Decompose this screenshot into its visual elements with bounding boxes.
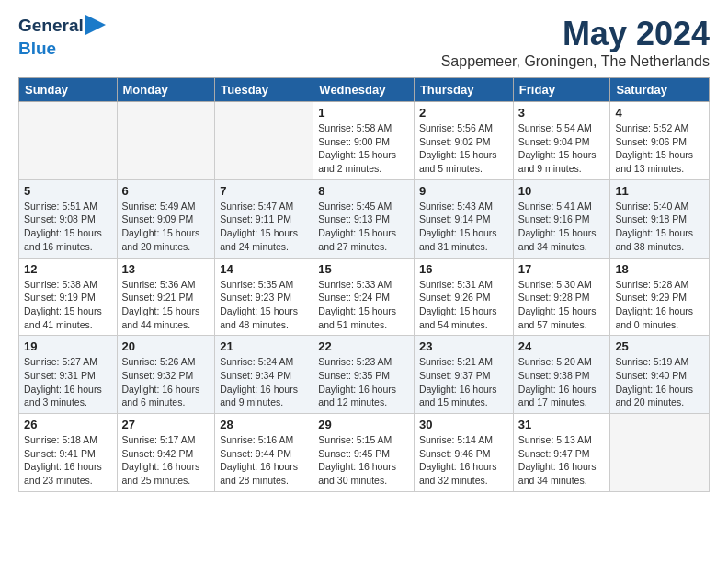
calendar-header-row: Sunday Monday Tuesday Wednesday Thursday… xyxy=(19,78,710,102)
col-saturday: Saturday xyxy=(610,78,710,102)
day-info: Sunrise: 5:51 AM Sunset: 9:08 PM Dayligh… xyxy=(24,200,112,254)
day-number: 22 xyxy=(318,339,409,353)
day-info: Sunrise: 5:27 AM Sunset: 9:31 PM Dayligh… xyxy=(24,355,112,409)
day-info: Sunrise: 5:31 AM Sunset: 9:26 PM Dayligh… xyxy=(419,278,508,332)
day-number: 20 xyxy=(122,339,210,353)
col-sunday: Sunday xyxy=(19,78,118,102)
header: General Blue May 2024 Sappemeer, Groning… xyxy=(18,15,710,70)
day-info: Sunrise: 5:40 AM Sunset: 9:18 PM Dayligh… xyxy=(615,200,704,254)
title-block: May 2024 Sappemeer, Groningen, The Nethe… xyxy=(441,15,710,70)
calendar-cell xyxy=(215,102,313,180)
logo-text: General Blue xyxy=(18,15,106,59)
logo: General Blue xyxy=(18,15,106,59)
day-number: 7 xyxy=(220,184,308,198)
calendar-body: 1Sunrise: 5:58 AM Sunset: 9:00 PM Daylig… xyxy=(19,102,710,492)
day-info: Sunrise: 5:21 AM Sunset: 9:37 PM Dayligh… xyxy=(419,355,508,409)
day-info: Sunrise: 5:20 AM Sunset: 9:38 PM Dayligh… xyxy=(518,355,606,409)
day-info: Sunrise: 5:58 AM Sunset: 9:00 PM Dayligh… xyxy=(318,121,409,176)
col-monday: Monday xyxy=(117,78,215,102)
day-number: 16 xyxy=(419,262,508,276)
calendar-cell: 2Sunrise: 5:56 AM Sunset: 9:02 PM Daylig… xyxy=(414,102,513,180)
day-info: Sunrise: 5:36 AM Sunset: 9:21 PM Dayligh… xyxy=(122,278,210,332)
calendar-cell: 3Sunrise: 5:54 AM Sunset: 9:04 PM Daylig… xyxy=(513,102,610,180)
calendar-cell xyxy=(610,414,710,492)
day-number: 3 xyxy=(518,106,606,120)
day-info: Sunrise: 5:19 AM Sunset: 9:40 PM Dayligh… xyxy=(615,355,704,409)
calendar-cell: 1Sunrise: 5:58 AM Sunset: 9:00 PM Daylig… xyxy=(313,102,415,180)
day-info: Sunrise: 5:14 AM Sunset: 9:46 PM Dayligh… xyxy=(419,433,508,488)
calendar-cell: 17Sunrise: 5:30 AM Sunset: 9:28 PM Dayli… xyxy=(513,258,610,336)
day-number: 6 xyxy=(122,184,210,198)
svg-marker-0 xyxy=(85,15,106,35)
day-info: Sunrise: 5:30 AM Sunset: 9:28 PM Dayligh… xyxy=(518,278,606,332)
day-number: 17 xyxy=(518,262,606,276)
day-info: Sunrise: 5:24 AM Sunset: 9:34 PM Dayligh… xyxy=(220,355,308,409)
day-info: Sunrise: 5:13 AM Sunset: 9:47 PM Dayligh… xyxy=(518,433,606,488)
day-info: Sunrise: 5:26 AM Sunset: 9:32 PM Dayligh… xyxy=(122,355,210,409)
day-info: Sunrise: 5:41 AM Sunset: 9:16 PM Dayligh… xyxy=(518,200,606,254)
calendar-week-2: 12Sunrise: 5:38 AM Sunset: 9:19 PM Dayli… xyxy=(19,258,710,336)
calendar-cell: 27Sunrise: 5:17 AM Sunset: 9:42 PM Dayli… xyxy=(117,414,215,492)
calendar-cell: 12Sunrise: 5:38 AM Sunset: 9:19 PM Dayli… xyxy=(19,258,118,336)
col-friday: Friday xyxy=(513,78,610,102)
day-info: Sunrise: 5:23 AM Sunset: 9:35 PM Dayligh… xyxy=(318,355,409,409)
day-info: Sunrise: 5:52 AM Sunset: 9:06 PM Dayligh… xyxy=(615,121,704,176)
calendar-cell: 24Sunrise: 5:20 AM Sunset: 9:38 PM Dayli… xyxy=(513,336,610,414)
day-number: 30 xyxy=(419,418,508,431)
calendar-cell: 5Sunrise: 5:51 AM Sunset: 9:08 PM Daylig… xyxy=(19,179,118,258)
day-info: Sunrise: 5:17 AM Sunset: 9:42 PM Dayligh… xyxy=(122,433,210,488)
day-info: Sunrise: 5:33 AM Sunset: 9:24 PM Dayligh… xyxy=(318,278,409,332)
calendar-week-3: 19Sunrise: 5:27 AM Sunset: 9:31 PM Dayli… xyxy=(19,336,710,414)
calendar-cell: 28Sunrise: 5:16 AM Sunset: 9:44 PM Dayli… xyxy=(215,414,313,492)
calendar-week-4: 26Sunrise: 5:18 AM Sunset: 9:41 PM Dayli… xyxy=(19,414,710,492)
day-info: Sunrise: 5:47 AM Sunset: 9:11 PM Dayligh… xyxy=(220,200,308,254)
day-number: 18 xyxy=(615,262,704,276)
calendar-cell xyxy=(117,102,215,180)
day-number: 1 xyxy=(318,106,409,120)
day-number: 28 xyxy=(220,418,308,431)
day-number: 10 xyxy=(518,184,606,198)
day-number: 14 xyxy=(220,262,308,276)
calendar-cell: 8Sunrise: 5:45 AM Sunset: 9:13 PM Daylig… xyxy=(313,179,415,258)
day-info: Sunrise: 5:49 AM Sunset: 9:09 PM Dayligh… xyxy=(122,200,210,254)
calendar-cell xyxy=(19,102,118,180)
calendar-cell: 19Sunrise: 5:27 AM Sunset: 9:31 PM Dayli… xyxy=(19,336,118,414)
page-container: General Blue May 2024 Sappemeer, Groning… xyxy=(0,0,728,507)
month-title: May 2024 xyxy=(441,15,710,53)
calendar-cell: 21Sunrise: 5:24 AM Sunset: 9:34 PM Dayli… xyxy=(215,336,313,414)
day-number: 27 xyxy=(122,418,210,431)
calendar-week-1: 5Sunrise: 5:51 AM Sunset: 9:08 PM Daylig… xyxy=(19,179,710,258)
calendar-cell: 7Sunrise: 5:47 AM Sunset: 9:11 PM Daylig… xyxy=(215,179,313,258)
calendar-cell: 13Sunrise: 5:36 AM Sunset: 9:21 PM Dayli… xyxy=(117,258,215,336)
calendar-cell: 20Sunrise: 5:26 AM Sunset: 9:32 PM Dayli… xyxy=(117,336,215,414)
day-number: 21 xyxy=(220,339,308,353)
col-thursday: Thursday xyxy=(414,78,513,102)
day-number: 31 xyxy=(518,418,606,431)
day-info: Sunrise: 5:38 AM Sunset: 9:19 PM Dayligh… xyxy=(24,278,112,332)
calendar-cell: 6Sunrise: 5:49 AM Sunset: 9:09 PM Daylig… xyxy=(117,179,215,258)
location-title: Sappemeer, Groningen, The Netherlands xyxy=(441,53,710,70)
day-number: 26 xyxy=(24,418,112,431)
calendar-cell: 4Sunrise: 5:52 AM Sunset: 9:06 PM Daylig… xyxy=(610,102,710,180)
calendar-cell: 9Sunrise: 5:43 AM Sunset: 9:14 PM Daylig… xyxy=(414,179,513,258)
calendar-cell: 22Sunrise: 5:23 AM Sunset: 9:35 PM Dayli… xyxy=(313,336,415,414)
day-info: Sunrise: 5:15 AM Sunset: 9:45 PM Dayligh… xyxy=(318,433,409,488)
calendar-cell: 18Sunrise: 5:28 AM Sunset: 9:29 PM Dayli… xyxy=(610,258,710,336)
day-info: Sunrise: 5:16 AM Sunset: 9:44 PM Dayligh… xyxy=(220,433,308,488)
calendar-week-0: 1Sunrise: 5:58 AM Sunset: 9:00 PM Daylig… xyxy=(19,102,710,180)
calendar-cell: 16Sunrise: 5:31 AM Sunset: 9:26 PM Dayli… xyxy=(414,258,513,336)
calendar-cell: 29Sunrise: 5:15 AM Sunset: 9:45 PM Dayli… xyxy=(313,414,415,492)
day-info: Sunrise: 5:56 AM Sunset: 9:02 PM Dayligh… xyxy=(419,121,508,176)
calendar-cell: 26Sunrise: 5:18 AM Sunset: 9:41 PM Dayli… xyxy=(19,414,118,492)
day-number: 2 xyxy=(419,106,508,120)
day-number: 15 xyxy=(318,262,409,276)
day-number: 24 xyxy=(518,339,606,353)
day-number: 19 xyxy=(24,339,112,353)
calendar-cell: 25Sunrise: 5:19 AM Sunset: 9:40 PM Dayli… xyxy=(610,336,710,414)
day-number: 11 xyxy=(615,184,704,198)
day-info: Sunrise: 5:28 AM Sunset: 9:29 PM Dayligh… xyxy=(615,278,704,332)
calendar-cell: 14Sunrise: 5:35 AM Sunset: 9:23 PM Dayli… xyxy=(215,258,313,336)
col-wednesday: Wednesday xyxy=(313,78,415,102)
day-info: Sunrise: 5:35 AM Sunset: 9:23 PM Dayligh… xyxy=(220,278,308,332)
day-number: 4 xyxy=(615,106,704,120)
